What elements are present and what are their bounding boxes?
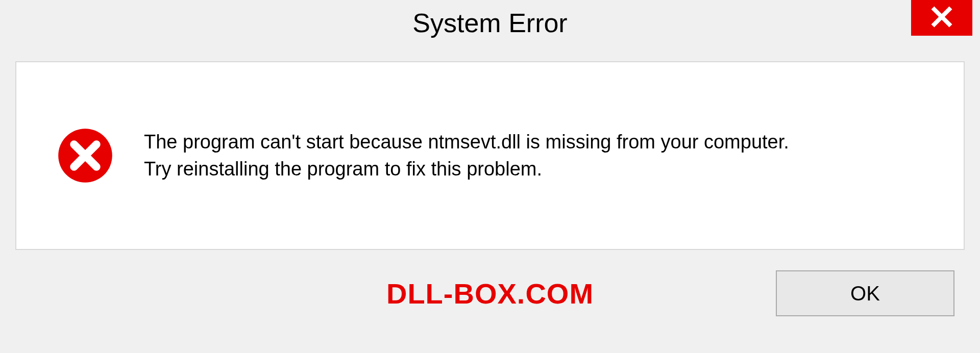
error-icon (57, 128, 113, 184)
titlebar: System Error (0, 0, 980, 46)
footer: DLL-BOX.COM OK (0, 250, 980, 316)
watermark-text: DLL-BOX.COM (386, 277, 594, 310)
ok-button-label: OK (850, 282, 880, 305)
content-area: The program can't start because ntmsevt.… (15, 61, 965, 250)
close-icon (930, 6, 953, 30)
ok-button[interactable]: OK (776, 270, 954, 316)
error-message: The program can't start because ntmsevt.… (144, 129, 789, 183)
window-title: System Error (412, 8, 567, 38)
close-button[interactable] (911, 0, 972, 36)
